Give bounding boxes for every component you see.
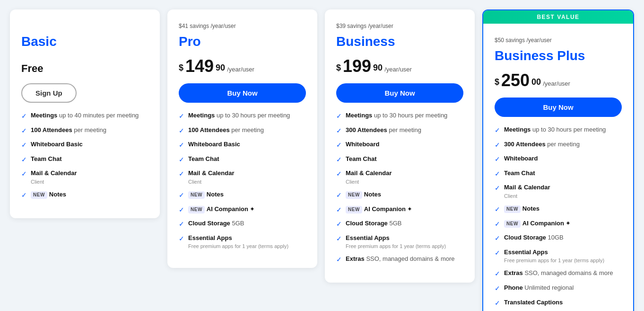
feature-content: Whiteboard xyxy=(504,154,622,163)
feature-content: Essential AppsFree premium apps for 1 ye… xyxy=(504,248,622,265)
feature-light: 5GB xyxy=(389,220,401,227)
check-icon: ✓ xyxy=(21,112,27,121)
check-icon: ✓ xyxy=(495,299,500,308)
feature-item: ✓ NEWNotes xyxy=(336,190,463,200)
feature-bold: Cloud Storage xyxy=(188,220,230,227)
plan-name-pro: Pro xyxy=(179,34,306,49)
signup-button-basic[interactable]: Sign Up xyxy=(21,83,77,103)
feature-item: ✓ 100 Attendees per meeting xyxy=(21,126,148,136)
new-badge: NEW xyxy=(504,220,521,228)
feature-content: Team Chat xyxy=(346,155,463,163)
plan-price-pro: $ 149 90 /year/user xyxy=(179,54,306,75)
feature-bold: Team Chat xyxy=(346,155,377,162)
feature-item: ✓ Mail & CalendarClient xyxy=(495,183,622,200)
feature-bold: Whiteboard Basic xyxy=(31,141,83,148)
feature-content: Phone Unlimited regional xyxy=(504,284,622,292)
feature-content: Team Chat xyxy=(188,155,306,163)
feature-light: up to 30 hours per meeting xyxy=(374,112,447,119)
feature-bold: Whiteboard xyxy=(504,155,538,162)
feature-content: NEWNotes xyxy=(346,190,463,199)
buy-button-pro[interactable]: Buy Now xyxy=(179,83,306,103)
price-sup: 00 xyxy=(531,78,541,89)
feature-item: ✓ Extras SSO, managed domains & more xyxy=(336,255,463,265)
savings-label-business-plus: $50 savings /year/user xyxy=(495,37,622,45)
feature-content: Whiteboard Basic xyxy=(188,140,306,149)
feature-content: Cloud Storage 5GB xyxy=(188,219,306,228)
price-main: 149 xyxy=(185,58,214,75)
plan-price-business-plus: $ 250 00 /year/user xyxy=(495,68,622,89)
feature-content: Meetings up to 30 hours per meeting xyxy=(504,125,622,134)
feature-item: ✓ Meetings up to 30 hours per meeting xyxy=(336,111,463,121)
feature-bold: Cloud Storage xyxy=(504,234,546,241)
buy-button-business[interactable]: Buy Now xyxy=(336,83,463,103)
check-icon: ✓ xyxy=(179,169,184,179)
feature-content: Extras SSO, managed domains & more xyxy=(346,255,463,263)
feature-content: Team Chat xyxy=(31,155,148,163)
check-icon: ✓ xyxy=(495,155,500,164)
feature-bold: Translated Captions xyxy=(504,299,563,306)
price-free: Free xyxy=(21,63,43,75)
check-icon: ✓ xyxy=(179,234,184,244)
feature-content: Whiteboard xyxy=(346,140,463,149)
feature-light: 5GB xyxy=(232,220,244,227)
feature-content: Extras SSO, managed domains & more xyxy=(504,269,622,277)
check-icon: ✓ xyxy=(336,169,342,179)
feature-item: ✓ Essential AppsFree premium apps for 1 … xyxy=(336,234,463,250)
features-list-pro: ✓ Meetings up to 30 hours per meeting ✓ … xyxy=(179,111,306,250)
check-icon: ✓ xyxy=(495,184,500,193)
feature-bold: Cloud Storage xyxy=(346,220,388,227)
price-period: /year/user xyxy=(227,66,254,75)
feature-bold: Extras xyxy=(346,255,365,262)
feature-item: ✓ Extras SSO, managed domains & more xyxy=(495,269,622,279)
check-icon: ✓ xyxy=(179,205,184,215)
check-icon: ✓ xyxy=(336,191,342,200)
feature-item: ✓ Meetings up to 30 hours per meeting xyxy=(495,125,622,135)
feature-item: ✓ Meetings up to 30 hours per meeting xyxy=(179,111,306,121)
check-icon: ✓ xyxy=(495,126,500,135)
feature-content: 300 Attendees per meeting xyxy=(346,126,463,134)
plan-price-basic: Free xyxy=(21,54,148,75)
feature-item: ✓ NEWAI Companion✦ xyxy=(179,205,306,215)
feature-sub: Client xyxy=(188,178,306,186)
feature-content: Meetings up to 30 hours per meeting xyxy=(346,111,463,120)
feature-bold: 100 Attendees xyxy=(31,126,72,133)
feature-light: SSO, managed domains & more xyxy=(524,269,613,276)
check-icon: ✓ xyxy=(336,255,342,265)
feature-sub: Free premium apps for 1 year (terms appl… xyxy=(504,257,622,264)
check-icon: ✓ xyxy=(336,220,342,229)
feature-content: Team Chat xyxy=(504,169,622,178)
feature-content: Cloud Storage 5GB xyxy=(346,219,463,228)
plan-name-business-plus: Business Plus xyxy=(495,48,622,63)
feature-item: ✓ Mail & CalendarClient xyxy=(21,169,148,186)
feature-item: ✓ Team Chat xyxy=(179,155,306,165)
check-icon: ✓ xyxy=(21,191,27,200)
feature-bold: Notes xyxy=(49,191,66,198)
price-dollar: $ xyxy=(179,63,183,75)
price-period: /year/user xyxy=(543,80,570,89)
price-main: 250 xyxy=(501,72,530,89)
feature-item: ✓ Meetings up to 40 minutes per meeting xyxy=(21,111,148,121)
feature-content: Whiteboard Basic xyxy=(31,140,148,149)
feature-bold: 300 Attendees xyxy=(504,141,546,148)
feature-bold: Notes xyxy=(522,205,540,212)
feature-bold: Meetings xyxy=(31,112,57,119)
feature-light: up to 30 hours per meeting xyxy=(532,126,606,133)
features-list-business: ✓ Meetings up to 30 hours per meeting ✓ … xyxy=(336,111,463,265)
check-icon: ✓ xyxy=(21,155,27,165)
feature-item: ✓ Cloud Storage 10GB xyxy=(495,233,622,243)
feature-bold: Notes xyxy=(364,191,381,198)
feature-item: ✓ Team Chat xyxy=(21,155,148,165)
feature-content: Essential AppsFree premium apps for 1 ye… xyxy=(346,234,463,250)
check-icon: ✓ xyxy=(336,155,342,165)
feature-light: per meeting xyxy=(231,126,264,133)
plan-card-business-plus: BEST VALUE$50 savings /year/userBusiness… xyxy=(482,9,634,311)
feature-item: ✓ Cloud Storage 5GB xyxy=(179,219,306,229)
feature-bold: Meetings xyxy=(346,112,372,119)
buy-button-business-plus[interactable]: Buy Now xyxy=(495,98,622,117)
feature-item: ✓ NEWNotes xyxy=(495,204,622,214)
feature-item: ✓ Whiteboard xyxy=(336,140,463,150)
check-icon: ✓ xyxy=(495,205,500,214)
feature-content: NEWAI Companion✦ xyxy=(504,219,622,228)
feature-bold: Mail & Calendar xyxy=(31,169,77,177)
feature-bold: Team Chat xyxy=(504,169,535,177)
